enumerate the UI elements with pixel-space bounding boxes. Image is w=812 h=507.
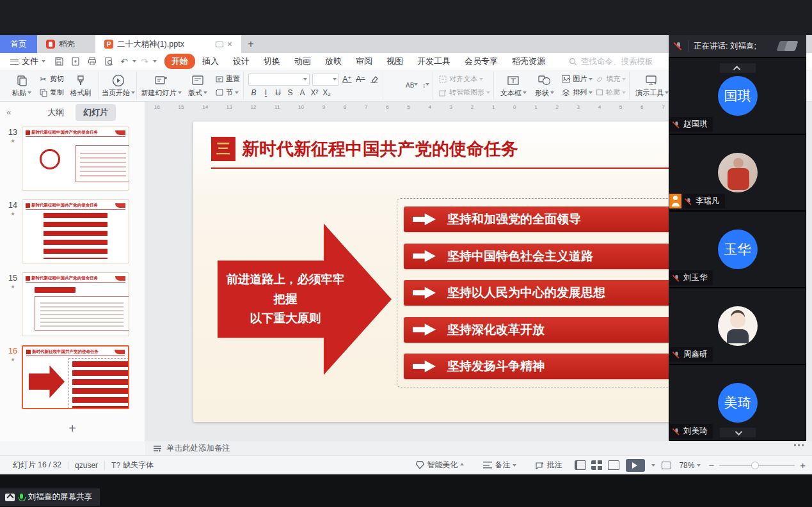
tab-home[interactable]: 首页 <box>0 35 37 53</box>
zoom-slider-knob[interactable] <box>751 462 759 469</box>
text-box-button[interactable]: 文本框 <box>498 74 528 98</box>
font-style-button[interactable]: B <box>248 88 259 98</box>
print-button[interactable] <box>85 55 99 68</box>
redo-button[interactable]: ↷ <box>139 56 150 66</box>
close-tab-icon[interactable]: × <box>227 39 232 49</box>
resize-grip[interactable] <box>794 444 804 446</box>
font-style-button[interactable]: X₂ <box>321 88 332 98</box>
fit-to-window-button[interactable] <box>662 462 671 469</box>
zoom-level[interactable]: 78% <box>678 461 702 470</box>
ribbon-tab[interactable]: 放映 <box>318 54 349 69</box>
outline-button[interactable]: 轮廓 <box>594 87 626 98</box>
principle-bar[interactable]: 坚持以人民为中心的发展思想 <box>404 280 698 306</box>
font-style-button[interactable]: A <box>297 88 308 98</box>
slide-thumbnail[interactable]: 15★ 新时代新征程中国共产党的使命任务 <box>4 272 141 336</box>
file-menu-button[interactable]: 文件 <box>6 56 49 67</box>
font-family-select[interactable] <box>248 74 310 86</box>
play-from-page-button[interactable]: 当页开始 <box>104 74 133 98</box>
line-spacing-button[interactable]: ↕ <box>422 81 429 89</box>
participant-tile[interactable]: 玉华 刘玉华 <box>669 211 806 288</box>
undo-button[interactable]: ↶ <box>118 56 130 66</box>
slide-thumbnail[interactable]: 13★ 新时代新征程中国共产党的使命任务 <box>4 127 141 191</box>
slide-sorter-view-button[interactable] <box>591 460 603 470</box>
tab-outline[interactable]: 大纲 <box>40 104 72 121</box>
arrange-button[interactable]: 排列 <box>561 87 593 98</box>
ribbon-tab[interactable]: 动画 <box>287 54 318 69</box>
paste-button[interactable]: 粘贴 <box>7 74 36 98</box>
reading-view-button[interactable] <box>608 460 619 470</box>
ribbon-tab[interactable]: 插入 <box>195 54 226 69</box>
slide-thumbnail[interactable]: 14★ 新时代新征程中国共产党的使命任务 <box>4 199 141 263</box>
screen-share-badge[interactable]: 刘福喜的屏幕共享 <box>0 488 100 506</box>
play-options-icon[interactable] <box>651 464 655 469</box>
ribbon-tab[interactable]: 会员专享 <box>458 54 505 69</box>
slide-thumbnail[interactable]: 16★ 新时代新征程中国共产党的使命任务 <box>4 345 141 409</box>
format-painter-button[interactable]: 格式刷 <box>66 74 95 98</box>
cut-button[interactable]: ✂剪切 <box>38 74 64 85</box>
reset-button[interactable]: 重置 <box>214 74 240 85</box>
notes-bar[interactable]: 单击此处添加备注 <box>145 441 812 455</box>
principles-box[interactable]: 坚持和加强党的全面领导 坚持中国特色社会主义道路 坚持以人民为中心的发展思想 <box>397 198 705 387</box>
ribbon-tab[interactable]: 审阅 <box>349 54 379 69</box>
participant-tile[interactable]: 国琪 赵国琪 <box>669 58 806 134</box>
ribbon-tab[interactable]: 设计 <box>226 54 257 69</box>
grow-font-button[interactable]: A⁺ <box>342 74 353 85</box>
add-slide-button[interactable]: + <box>0 421 145 436</box>
participant-tile[interactable]: 美琦 刘美琦 <box>669 364 806 441</box>
principle-bar[interactable]: 坚持深化改革开放 <box>404 317 698 343</box>
ribbon-tab[interactable]: 切换 <box>257 54 287 69</box>
font-style-button[interactable]: S <box>285 88 296 98</box>
ribbon-tab[interactable]: 稻壳资源 <box>505 54 552 69</box>
new-slide-button[interactable]: 新建幻灯片 <box>141 74 181 98</box>
undo-dropdown-icon[interactable] <box>132 60 136 65</box>
present-tools-button[interactable]: 演示工具 <box>634 74 670 98</box>
text-direction-button[interactable]: AB <box>406 81 418 89</box>
print-preview-button[interactable] <box>102 55 116 68</box>
shapes-button[interactable]: 形状 <box>530 74 559 98</box>
missing-font-warning[interactable]: T? 缺失字体 <box>105 460 160 471</box>
clear-format-button[interactable] <box>369 74 379 85</box>
font-style-button[interactable]: I <box>260 88 271 98</box>
picture-button[interactable]: 图片 <box>561 74 593 85</box>
user-name[interactable]: qzuser <box>68 461 104 470</box>
normal-view-button[interactable] <box>575 460 586 470</box>
slide-canvas[interactable]: 三 新时代新征程中国共产党的使命任务 前进道路上，必须牢牢把握 以下重大原则 坚… <box>193 121 728 422</box>
comments-button[interactable]: 批注 <box>529 460 568 471</box>
participant-tile[interactable]: 李瑞凡 <box>669 134 806 211</box>
font-style-button[interactable]: U <box>273 88 283 98</box>
section-button[interactable]: 节 <box>214 87 240 98</box>
to-smart-graphic-button[interactable]: 转智能图形 <box>438 87 490 98</box>
command-search[interactable]: 查找命令、搜索模板 <box>569 56 653 67</box>
principle-bar[interactable]: 坚持发扬斗争精神 <box>404 354 698 379</box>
zoom-in-button[interactable]: + <box>800 460 806 471</box>
layout-button[interactable]: 版式 <box>183 74 212 98</box>
participant-tile[interactable]: 周鑫研 <box>669 288 806 364</box>
principle-bar[interactable]: 坚持中国特色社会主义道路 <box>404 244 698 269</box>
collapse-panel-button[interactable]: « <box>6 107 11 117</box>
export-pdf-button[interactable] <box>68 55 83 68</box>
ribbon-tab[interactable]: 视图 <box>379 54 410 69</box>
collapse-strip-button[interactable] <box>720 428 756 437</box>
font-style-button[interactable]: X² <box>309 88 320 98</box>
align-text-button[interactable]: 对齐文本 <box>438 74 490 85</box>
ribbon-tab[interactable]: 开始 <box>164 54 195 69</box>
principle-bar[interactable]: 坚持和加强党的全面领导 <box>404 207 698 232</box>
toolbar-options-icon[interactable] <box>153 60 157 65</box>
notes-toggle-button[interactable]: 备注 <box>477 460 523 471</box>
mic-muted-icon[interactable] <box>674 42 683 51</box>
collapse-strip-button[interactable] <box>720 63 756 73</box>
fill-button[interactable]: 填充 <box>594 74 626 85</box>
tab-slides[interactable]: 幻灯片 <box>76 104 116 121</box>
font-size-select[interactable] <box>312 74 339 86</box>
save-button[interactable] <box>52 55 66 68</box>
present-mode-icon[interactable] <box>216 42 223 47</box>
tab-document[interactable]: P 二十大精神(1).pptx × <box>95 35 241 53</box>
tab-docer[interactable]: 稻壳 <box>37 35 84 53</box>
shrink-font-button[interactable]: A⁻ <box>355 74 366 85</box>
zoom-out-button[interactable]: − <box>708 460 714 471</box>
smart-beautify-button[interactable]: 智能美化 <box>409 460 470 471</box>
slide-title-block[interactable]: 三 新时代新征程中国共产党的使命任务 <box>211 137 712 161</box>
new-tab-button[interactable]: + <box>241 35 260 53</box>
slideshow-play-button[interactable] <box>626 459 645 472</box>
ribbon-tab[interactable]: 开发工具 <box>410 54 458 69</box>
